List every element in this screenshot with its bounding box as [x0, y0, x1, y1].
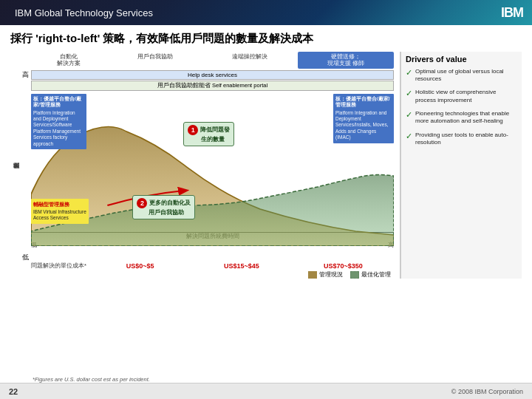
- top-label-3: 遠端操控解決: [203, 52, 298, 69]
- copyright: © 2008 IBM Corporation: [451, 388, 523, 395]
- content-area: 自動化解決方案 用戶自我協助 遠端操控解決 硬體送修；現場支援 修師 高 問題數…: [10, 52, 522, 279]
- cost-seg3: US$70~$350: [293, 262, 394, 270]
- chart-area: 自動化解決方案 用戶自我協助 遠端操控解決 硬體送修；現場支援 修師 高 問題數…: [10, 52, 394, 279]
- legend-item-2: 最佳化管理: [350, 271, 391, 279]
- driver-text-4: Providing user tools to enable auto-reso…: [415, 132, 517, 147]
- legend-box-1: [308, 271, 317, 279]
- chart-body: 高 問題數量 低 Help desk services 用戶自我協助館能省 Se…: [10, 70, 394, 262]
- blue-box-left: 板：優越平台整合/廠家/管理服務 Platform Integration an…: [31, 94, 86, 150]
- checkmark-2: ✓: [406, 89, 412, 98]
- top-label-4: 硬體送修；現場支援 修師: [298, 52, 394, 69]
- top-label-1: 自動化解決方案: [31, 52, 107, 69]
- header-title: IBM Global Technology Services: [15, 7, 153, 18]
- main-content: 採行 'right-to-left' 策略，有效降低用戶問題的數量及解決成本 自…: [0, 25, 532, 282]
- bottom-bar: 22 © 2008 IBM Corporation: [0, 383, 532, 399]
- driver-item-2: ✓ Holistic view of comprehensive process…: [406, 89, 517, 104]
- page-number: 22: [9, 387, 18, 396]
- driver-text-1: Optimal use of global versus local resou…: [415, 68, 517, 83]
- blue-box-right: 板：優越平台整合/廠家/管理服務 Platform Integration an…: [333, 94, 394, 143]
- cost-seg1: US$0~$5: [89, 262, 191, 270]
- callout-2: 2更多的自動化及 用戶自我協助: [132, 195, 195, 219]
- y-high-label: 高: [22, 70, 29, 80]
- cost-label: 問題解決的單位成本*: [31, 262, 86, 270]
- callout-1: 1降低問題發 生的數量: [183, 122, 234, 146]
- cost-row: 問題解決的單位成本* US$0~$5 US$15~$45 US$70~$350: [31, 262, 394, 270]
- legend-box-2: [350, 271, 359, 279]
- driver-text-3: Pioneering technologies that enable more…: [415, 110, 517, 126]
- helpdesk-banner: Help desk services: [31, 70, 394, 80]
- checkmark-4: ✓: [406, 132, 412, 141]
- top-label-2: 用戶自我協助: [108, 52, 202, 69]
- chart-canvas: Help desk services 用戶自我協助館能省 Self enable…: [31, 70, 394, 262]
- legend-row: 管理現況 最佳化管理: [10, 271, 391, 279]
- right-panel: Drivers of value ✓ Optimal use of global…: [400, 52, 522, 279]
- legend-item-1: 管理現況: [308, 271, 343, 279]
- driver-item-4: ✓ Providing user tools to enable auto-re…: [406, 132, 517, 147]
- header: IBM Global Technology Services IBM: [0, 0, 532, 25]
- y-low-label: 低: [22, 253, 29, 262]
- yellow-box: 輔融型管理服務 IBM Virtual Infrastructure Acces…: [31, 199, 89, 224]
- cost-seg2: US$15~$45: [191, 262, 292, 270]
- ibm-logo: IBM: [501, 5, 523, 21]
- self-portal-banner: 用戶自我協助館能省 Self enablement portal: [31, 81, 394, 91]
- checkmark-3: ✓: [406, 110, 412, 120]
- driver-item-1: ✓ Optimal use of global versus local res…: [406, 68, 517, 83]
- drivers-title: Drivers of value: [406, 55, 517, 64]
- driver-item-3: ✓ Pioneering technologies that enable mo…: [406, 110, 517, 126]
- checkmark-1: ✓: [406, 68, 412, 78]
- footnote: *Figures are U.S. dollar cost est as per…: [33, 376, 150, 383]
- driver-text-2: Holistic view of comprehensive process i…: [415, 89, 517, 104]
- slide-title: 採行 'right-to-left' 策略，有效降低用戶問題的數量及解決成本: [10, 31, 522, 46]
